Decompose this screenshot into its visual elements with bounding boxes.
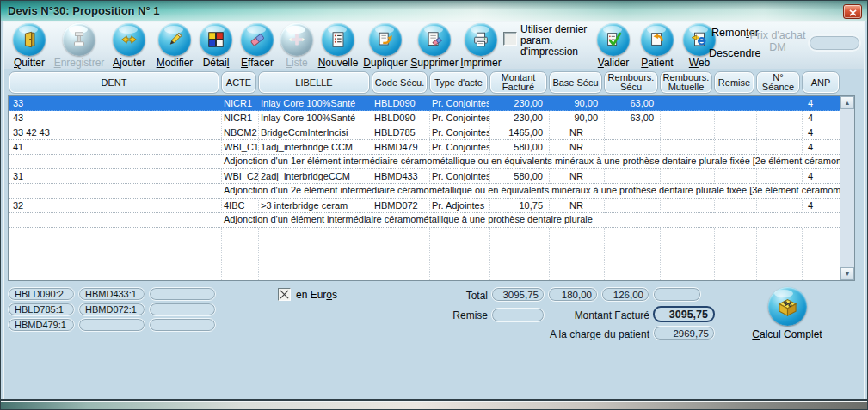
column-header-6[interactable]: Base Sécu [549, 71, 602, 94]
column-header-10[interactable]: N° Séance [756, 71, 800, 94]
cell-1: 4IBC [221, 199, 258, 212]
cell-2: >3 interbridge ceram [258, 199, 372, 212]
cell-8 [660, 111, 714, 125]
toolbar-button-valider[interactable]: Valider [593, 23, 634, 69]
cell-8 [660, 96, 714, 110]
table-row[interactable]: 33NICR1Inlay Core 100%SantéHBLD090Pr. Co… [9, 96, 840, 111]
table-desc-row[interactable]: Adjonction d'un 1er élément intermédiair… [9, 155, 840, 169]
toolbar-button-ajouter[interactable]: Ajouter [108, 23, 151, 69]
cell-0: 31 [9, 169, 221, 183]
total-field-3 [653, 287, 701, 302]
devis-window: Devis N°30: Proposition N° 1 QuitterEnre… [0, 0, 868, 410]
toolbar-button-label: Modifier [157, 57, 194, 69]
column-header-11[interactable]: ANP [802, 71, 840, 94]
toolbar-button-patient[interactable]: Patient [636, 23, 679, 69]
table-row[interactable]: 33 42 43NBCM2BridgeCcmInterIncisiHBLD785… [9, 125, 840, 140]
cell-7 [604, 125, 660, 139]
code-count-chip: HBLD785:1 [8, 303, 75, 316]
charge-patient-value: 2969,75 [653, 326, 715, 340]
vertical-scrollbar[interactable]: ▲ ▼ [840, 96, 854, 280]
cell-4: Pr. Conjointes [429, 125, 489, 139]
table-desc-row[interactable]: Adjonction d'un élément intermédiaire cé… [9, 213, 840, 228]
column-header-0[interactable]: DENT [9, 71, 219, 94]
table-row[interactable]: 324IBC>3 interbridge ceramHBMD072Pr. Adj… [9, 199, 840, 213]
cell-7 [604, 199, 660, 212]
column-header-8[interactable]: Rembours. Mutuelle [660, 71, 712, 94]
calcul-complet-button[interactable]: Calcul Complet [742, 287, 832, 340]
toolbar-button-label: Ajouter [113, 57, 145, 69]
table-header: DENTACTELIBELLECode Sécu.Type d'acteMont… [8, 71, 840, 94]
cell-6: NR [549, 199, 604, 212]
pencil-icon [158, 23, 191, 56]
validate-check-icon [597, 23, 630, 56]
toolbar-button-dupliquer[interactable]: Dupliquer [359, 23, 412, 69]
toolbar-button-modifier[interactable]: Modifier [152, 23, 197, 69]
cell-9 [714, 140, 756, 154]
cell-10 [756, 96, 802, 110]
column-header-7[interactable]: Rembours. Sécu [604, 71, 658, 94]
toolbar-button-label: Quitter [14, 57, 45, 69]
table-desc-row[interactable]: Adjonction d'un 2e élément intermédiaire… [9, 184, 840, 199]
cell-6: NR [549, 169, 604, 183]
column-header-2[interactable]: LIBELLE [258, 71, 370, 94]
window-bottom-frame [1, 399, 867, 409]
eraser-icon [241, 23, 274, 56]
cell-8 [660, 140, 714, 154]
column-header-1[interactable]: ACTE [221, 71, 256, 94]
column-header-5[interactable]: Montant Facturé [489, 71, 547, 94]
cell-9 [714, 96, 756, 110]
code-count-chip: HBMD479:1 [8, 318, 75, 332]
toolbar-button-effacer[interactable]: Effacer [237, 23, 278, 69]
montant-facture-value: 3095,75 [653, 306, 715, 322]
cell-9 [714, 169, 756, 183]
montant-facture-label: Montant Facturé [519, 309, 649, 321]
mosaic-detail-icon [200, 23, 232, 56]
scroll-down-button[interactable]: ▼ [840, 267, 854, 280]
cell-10 [756, 111, 802, 125]
cell-7: 63,00 [604, 96, 660, 110]
toolbar-button-imprimer[interactable]: Imprimer [459, 23, 503, 69]
column-header-3[interactable]: Code Sécu. [372, 71, 428, 94]
cell-3: HBMD433 [372, 169, 429, 183]
en-euros-checkbox[interactable] [278, 288, 291, 301]
code-count-chip-empty [149, 318, 216, 332]
table-row[interactable]: 31WBI_C22adj_interbridgeCCMHBMD433Pr. Co… [9, 169, 840, 184]
cell-0: 33 [9, 96, 221, 110]
titlebar[interactable]: Devis N°30: Proposition N° 1 [1, 1, 867, 21]
toolbar-button-nouvelle[interactable]: Nouvelle [314, 23, 362, 69]
list-icon [280, 23, 313, 56]
total-field-2: 126,00 [601, 287, 649, 302]
cell-4: Pr. Conjointes [429, 169, 489, 183]
cell-11: 4 [802, 169, 840, 183]
cell-9 [714, 125, 756, 139]
table-row[interactable]: 41WBI_C11adj_interbridge CCMHBMD479Pr. C… [9, 140, 840, 155]
cell-0: 33 42 43 [9, 125, 221, 139]
door-exit-icon [13, 23, 46, 56]
toolbar-button-detail[interactable]: Détail [197, 23, 235, 69]
column-header-9[interactable]: Remise [714, 71, 754, 94]
cell-5: 580,00 [489, 169, 549, 183]
cell-2: 2adj_interbridgeCCM [258, 169, 372, 183]
quote-table: 33NICR1Inlay Core 100%SantéHBLD090Pr. Co… [8, 95, 855, 281]
scroll-up-button[interactable]: ▲ [840, 96, 854, 109]
toolbar-button-label: Détail [203, 57, 230, 69]
cell-4: Pr. Conjointes [429, 96, 489, 110]
new-document-icon [322, 23, 354, 56]
use-last-print-params-checkbox[interactable] [503, 32, 517, 46]
close-button[interactable] [843, 4, 862, 19]
cell-9 [714, 199, 756, 212]
toolbar-button-enregistrer: Enregistrer [52, 23, 106, 69]
cell-1: WBI_C2 [221, 169, 258, 183]
toolbar-button-label: Valider [598, 57, 629, 69]
toolbar-button-supprimer[interactable]: Supprimer [409, 23, 460, 69]
cell-10 [756, 125, 802, 139]
toolbar-button-quitter[interactable]: Quitter [9, 23, 49, 69]
cell-3: HBLD090 [372, 96, 429, 110]
code-count-chip: HBLD090:2 [8, 287, 75, 301]
code-count-chip-empty [149, 303, 216, 316]
table-row[interactable]: 43NICR1Inlay Core 100%SantéHBLD090Pr. Co… [9, 111, 840, 125]
cell-7: 63,00 [604, 111, 660, 125]
prix-achat-dm-input[interactable] [808, 34, 861, 52]
column-header-4[interactable]: Type d'acte [429, 71, 488, 94]
cell-8 [660, 199, 714, 212]
